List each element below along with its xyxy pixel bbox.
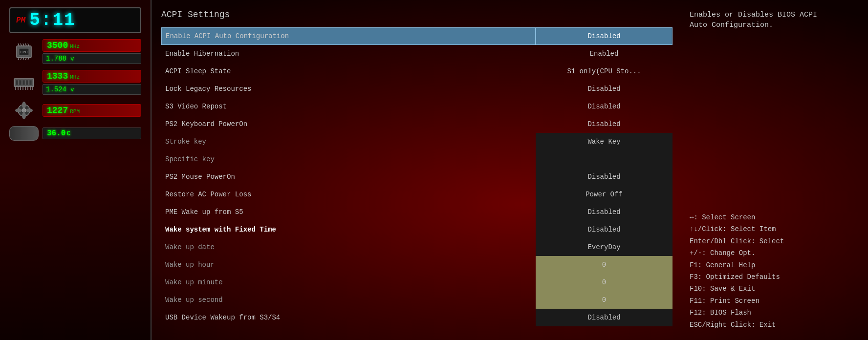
value-row-14[interactable]: 0	[536, 274, 673, 291]
setting-label-9: Restore AC Power Loss	[165, 191, 251, 198]
fan-rpm: 1227	[47, 106, 68, 115]
keybind-f11: F11: Print Screen	[690, 296, 861, 306]
ram-freq-box: 1333 MHz	[43, 70, 141, 83]
setting-row-5[interactable]: PS2 Keyboard PowerOn	[161, 115, 536, 133]
setting-label-16: USB Device Wakeup from S3/S4	[165, 314, 280, 321]
fan-icon	[9, 101, 39, 120]
setting-label-0: Enable ACPI Auto Configuration	[166, 32, 289, 40]
value-row-4[interactable]: Disabled	[536, 98, 673, 115]
svg-rect-18	[29, 80, 32, 85]
ram-freq-unit: MHz	[70, 74, 80, 80]
setting-row-0[interactable]: Enable ACPI Auto Configuration	[161, 27, 536, 45]
svg-text:CPU: CPU	[21, 50, 28, 54]
keybind-f12: F12: BIOS Flash	[690, 307, 861, 318]
keybind-select-screen: ↔: Select Screen	[690, 212, 861, 223]
value-10: Disabled	[587, 208, 620, 216]
value-0: Disabled	[587, 32, 620, 40]
setting-row-15[interactable]: Wake up second	[161, 291, 536, 309]
setting-label-5: PS2 Keyboard PowerOn	[165, 120, 247, 128]
svg-point-30	[26, 108, 33, 112]
svg-rect-14	[16, 80, 18, 85]
clock-display: 5:11	[29, 10, 75, 30]
left-panel: PM 5:11 CPU 3500	[0, 0, 152, 340]
setting-row-14[interactable]: Wake up minute	[161, 274, 536, 291]
value-row-13[interactable]: 0	[536, 256, 673, 274]
cpu-stats: 3500 MHz 1.788 V	[43, 39, 141, 64]
value-row-5[interactable]: Disabled	[536, 115, 673, 133]
value-13: 0	[602, 261, 606, 269]
keybind-f10: F10: Save & Exit	[690, 283, 861, 294]
setting-row-7[interactable]: Specific key	[161, 150, 536, 168]
svg-rect-15	[19, 80, 22, 85]
ram-voltage: 1.524 V	[46, 85, 74, 93]
setting-row-1[interactable]: Enable Hibernation	[161, 45, 536, 63]
value-row-10[interactable]: Disabled	[536, 203, 673, 221]
svg-point-29	[22, 102, 26, 108]
value-row-6[interactable]: Wake Key	[536, 133, 673, 150]
keybind-f1: F1: General Help	[690, 260, 861, 271]
setting-row-6[interactable]: Stroke key	[161, 133, 536, 150]
value-row-3[interactable]: Disabled	[536, 80, 673, 98]
ram-icon	[9, 73, 39, 92]
setting-label-1: Enable Hibernation	[165, 50, 239, 58]
value-6: Wake Key	[587, 138, 620, 146]
value-2: S1 only(CPU Sto...	[567, 67, 641, 75]
cpu-freq-box: 3500 MHz	[43, 39, 141, 52]
ram-freq: 1333	[47, 71, 68, 81]
fan-rpm-box: 1227 RPM	[43, 104, 141, 117]
value-15: 0	[602, 296, 606, 304]
setting-row-10[interactable]: PME Wake up from S5	[161, 203, 536, 221]
value-row-2[interactable]: S1 only(CPU Sto...	[536, 63, 673, 80]
setting-label-4: S3 Video Repost	[165, 103, 227, 110]
value-1: Enabled	[590, 50, 619, 58]
setting-row-3[interactable]: Lock Legacy Resources	[161, 80, 536, 98]
settings-values-col: Disabled Enabled S1 only(CPU Sto... Disa…	[536, 27, 673, 330]
value-row-8[interactable]: Disabled	[536, 168, 673, 186]
setting-row-8[interactable]: PS2 Mouse PowerOn	[161, 168, 536, 186]
value-row-12[interactable]: EveryDay	[536, 238, 673, 256]
fan-rpm-unit: RPM	[70, 108, 80, 114]
setting-label-2: ACPI Sleep State	[165, 67, 231, 75]
value-row-0[interactable]: Disabled	[536, 27, 673, 45]
setting-label-3: Lock Legacy Resources	[165, 85, 251, 93]
temp-unit: C	[66, 130, 70, 137]
setting-row-16[interactable]: USB Device Wakeup from S3/S4	[161, 309, 536, 326]
setting-row-2[interactable]: ACPI Sleep State	[161, 63, 536, 80]
pm-label: PM	[16, 16, 25, 25]
value-row-15[interactable]: 0	[536, 291, 673, 309]
value-11: Disabled	[587, 226, 620, 234]
setting-row-4[interactable]: S3 Video Repost	[161, 98, 536, 115]
value-row-1[interactable]: Enabled	[536, 45, 673, 63]
setting-row-11[interactable]: Wake system with Fixed Time	[161, 221, 536, 238]
value-row-9[interactable]: Power Off	[536, 186, 673, 203]
keybind-f3: F3: Optimized Defaults	[690, 272, 861, 282]
keybind-esc: ESC/Right Click: Exit	[690, 319, 861, 330]
settings-labels-col: Enable ACPI Auto Configuration Enable Hi…	[161, 27, 536, 330]
value-row-16[interactable]: Disabled	[536, 309, 673, 326]
temp-value-box: 36.0 C	[43, 128, 141, 139]
value-row-7[interactable]	[536, 150, 673, 168]
value-5: Disabled	[587, 120, 620, 128]
svg-point-31	[22, 112, 26, 119]
ram-stat-row: 1333 MHz 1.524 V	[9, 70, 141, 95]
fan-stat-row: 1227 RPM	[9, 101, 141, 120]
value-16: Disabled	[587, 314, 620, 321]
setting-row-13[interactable]: Wake up hour	[161, 256, 536, 274]
keybind-change-opt: +/-: Change Opt.	[690, 248, 861, 258]
keybindings-list: ↔: Select Screen ↑↓/Click: Select Item E…	[690, 212, 861, 330]
setting-label-13: Wake up hour	[165, 261, 215, 269]
setting-row-9[interactable]: Restore AC Power Loss	[161, 186, 536, 203]
setting-label-15: Wake up second	[165, 296, 223, 304]
temp-stat-row: 36.0 C	[9, 126, 141, 141]
ram-volt-box: 1.524 V	[43, 84, 141, 95]
setting-row-12[interactable]: Wake up date	[161, 238, 536, 256]
value-3: Disabled	[587, 85, 620, 93]
setting-label-12: Wake up date	[165, 243, 215, 251]
value-row-11[interactable]: Disabled	[536, 221, 673, 238]
fan-stats: 1227 RPM	[43, 104, 141, 117]
main-content: ACPI Settings Enable ACPI Auto Configura…	[152, 0, 868, 340]
help-description: Enables or Disables BIOS ACPI Auto Confi…	[690, 10, 861, 30]
value-8: Disabled	[587, 173, 620, 181]
setting-label-8: PS2 Mouse PowerOn	[165, 173, 235, 181]
settings-panel: ACPI Settings Enable ACPI Auto Configura…	[152, 0, 682, 340]
